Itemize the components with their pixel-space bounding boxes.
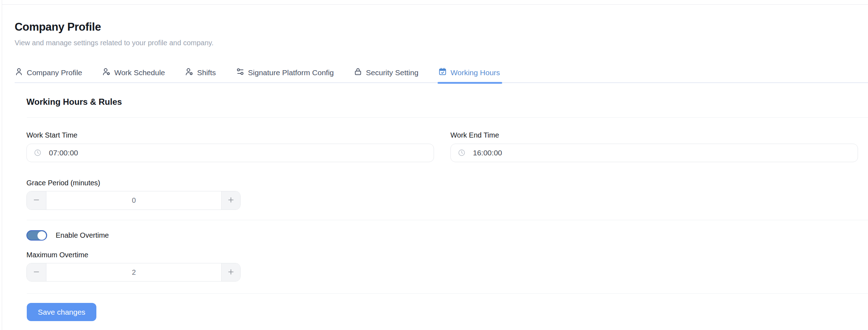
grace-period-stepper [26,191,241,210]
tab-company-profile[interactable]: Company Profile [15,67,82,78]
tab-label: Company Profile [27,68,82,77]
company-profile-page: Company Profile View and manage settings… [0,0,868,330]
maximum-overtime-increment-button[interactable] [221,263,240,281]
main-content: Company Profile View and manage settings… [2,5,868,330]
plus-icon [227,196,235,205]
minus-icon [32,268,40,277]
calendar-check-icon [438,67,447,78]
grace-period-value-input[interactable] [46,191,221,210]
page-subtitle: View and manage settings related to your… [15,39,868,47]
tab-signature-platform-config[interactable]: Signature Platform Config [236,67,334,78]
maximum-overtime-label: Maximum Overtime [26,251,858,259]
tab-bar: Company Profile Work Schedule [15,67,868,83]
work-start-input-wrap [26,144,434,162]
toggle-knob [37,231,46,240]
maximum-overtime-stepper [26,263,241,282]
tab-shifts[interactable]: Shifts [185,67,216,78]
work-start-time-input[interactable] [26,144,434,162]
tab-label: Signature Platform Config [248,68,334,77]
maximum-overtime-decrement-button[interactable] [27,263,46,281]
work-end-label: Work End Time [450,131,858,139]
user-cog-icon [185,67,193,78]
enable-overtime-label: Enable Overtime [56,231,109,239]
clock-icon [458,149,465,158]
minus-icon [32,196,40,205]
work-start-label: Work Start Time [26,131,434,139]
tab-work-schedule[interactable]: Work Schedule [102,67,165,78]
save-row: Save changes [27,303,868,321]
grace-period-decrement-button[interactable] [27,191,46,210]
maximum-overtime-value-input[interactable] [46,263,221,281]
footer-divider [27,293,868,294]
grace-period-label: Grace Period (minutes) [26,179,858,187]
user-icon [15,67,23,78]
clock-icon [34,149,41,158]
tab-label: Work Schedule [114,68,165,77]
work-end-field: Work End Time [450,118,858,162]
max-overtime-form: Maximum Overtime [26,251,858,282]
plus-icon [227,268,235,277]
section-heading: Working Hours & Rules [26,97,868,107]
save-changes-button[interactable]: Save changes [27,303,96,321]
active-tab-underline [438,82,502,84]
grace-period-increment-button[interactable] [221,191,240,210]
tab-label: Working Hours [450,68,500,77]
tab-working-hours[interactable]: Working Hours [438,67,500,78]
tab-label: Shifts [197,68,216,77]
user-cog-icon [102,67,111,78]
enable-overtime-row: Enable Overtime [26,230,868,241]
overtime-divider [27,220,868,220]
working-hours-form: Work Start Time Work End Time [26,118,858,210]
sliders-icon [236,67,244,78]
enable-overtime-toggle[interactable] [26,230,47,241]
work-end-input-wrap [450,144,858,162]
work-start-field: Work Start Time [26,118,434,162]
tab-label: Security Setting [366,68,418,77]
page-title: Company Profile [15,21,868,33]
time-fields-row: Work Start Time Work End Time [26,118,858,162]
tab-security-setting[interactable]: Security Setting [354,67,418,78]
lock-icon [354,67,362,78]
work-end-time-input[interactable] [450,144,858,162]
